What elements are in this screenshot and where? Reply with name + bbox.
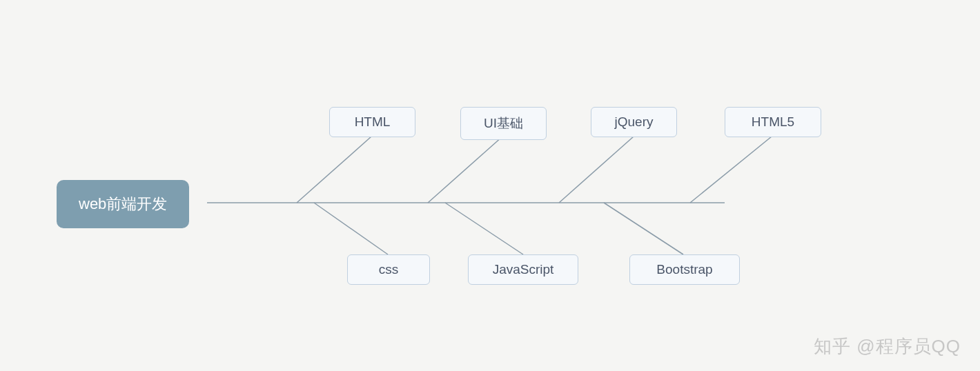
- branch-node-js: JavaScript: [468, 254, 578, 285]
- branch-label: Bootstrap: [656, 262, 712, 277]
- branch-node-ui: UI基础: [460, 107, 547, 140]
- branch-node-html: HTML: [329, 107, 415, 137]
- svg-line-3: [559, 137, 634, 203]
- branch-label: HTML: [355, 114, 391, 129]
- svg-line-1: [297, 137, 371, 203]
- branch-node-html5: HTML5: [725, 107, 821, 137]
- branch-label: JavaScript: [493, 262, 554, 277]
- branch-label: HTML5: [752, 114, 794, 129]
- svg-line-2: [428, 137, 502, 203]
- branch-node-bootstrap: Bootstrap: [629, 254, 740, 285]
- branch-label: UI基础: [484, 116, 523, 130]
- svg-line-4: [690, 137, 772, 203]
- svg-line-6: [445, 203, 523, 254]
- root-label: web前端开发: [79, 195, 167, 212]
- svg-line-5: [314, 203, 388, 254]
- svg-line-7: [604, 203, 683, 254]
- branch-label: jQuery: [615, 114, 654, 129]
- fishbone-diagram: web前端开发 HTML UI基础 jQuery HTML5 css JavaS…: [0, 0, 980, 371]
- root-node: web前端开发: [57, 180, 189, 228]
- branch-node-jquery: jQuery: [591, 107, 677, 137]
- watermark: 知乎 @程序员QQ: [814, 334, 961, 359]
- branch-label: css: [379, 262, 399, 277]
- branch-node-css: css: [347, 254, 430, 285]
- watermark-text: 知乎 @程序员QQ: [814, 336, 961, 357]
